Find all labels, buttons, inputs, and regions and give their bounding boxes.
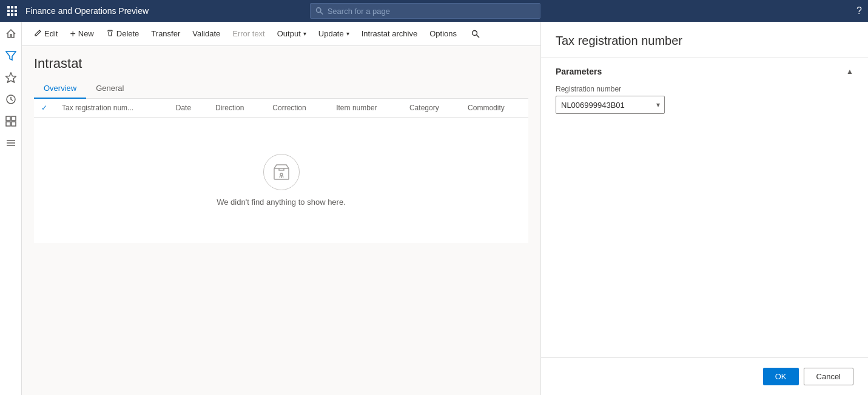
svg-rect-15 <box>12 116 16 121</box>
svg-rect-5 <box>15 10 17 12</box>
registration-number-select[interactable]: NL006999943B01 <box>556 96 665 114</box>
output-dropdown-arrow: ▾ <box>303 30 306 37</box>
validate-button[interactable]: Validate <box>187 27 225 41</box>
column-correction: Correction <box>265 99 329 118</box>
column-direction: Direction <box>208 99 265 118</box>
registration-number-wrapper: NL006999943B01 <box>556 96 665 114</box>
main-layout: Edit + New Delete Transfer Validate <box>0 22 868 395</box>
svg-line-25 <box>280 176 280 178</box>
error-text-button[interactable]: Error text <box>227 27 269 41</box>
right-panel-footer: OK Cancel <box>541 357 868 395</box>
right-panel-header: Tax registration number <box>541 22 868 58</box>
column-commodity: Commodity <box>460 99 528 118</box>
sidebar-item-home[interactable] <box>1 24 21 44</box>
svg-rect-2 <box>15 6 17 8</box>
svg-rect-14 <box>6 116 10 121</box>
svg-point-21 <box>473 30 477 35</box>
sidebar-item-modules[interactable] <box>1 133 21 153</box>
search-input[interactable] <box>328 7 536 16</box>
svg-line-26 <box>283 176 283 178</box>
right-panel-title: Tax registration number <box>556 34 853 48</box>
svg-rect-1 <box>11 6 13 8</box>
data-table: ✓ Tax registration num... Date Direction <box>34 99 528 243</box>
svg-rect-17 <box>12 122 16 126</box>
svg-rect-4 <box>11 10 13 12</box>
update-dropdown-arrow: ▾ <box>346 30 349 37</box>
transfer-button[interactable]: Transfer <box>146 27 185 41</box>
sidebar-item-favorites[interactable] <box>1 68 21 87</box>
collapse-icon: ▲ <box>846 67 853 76</box>
update-button[interactable]: Update ▾ <box>314 27 354 41</box>
sidebar-item-recent[interactable] <box>1 90 21 109</box>
options-button[interactable]: Options <box>425 27 462 41</box>
search-bar[interactable] <box>310 3 540 19</box>
svg-rect-3 <box>7 10 10 12</box>
sidebar-item-workspaces[interactable] <box>1 111 21 131</box>
empty-icon <box>263 154 300 190</box>
section-header[interactable]: Parameters ▲ <box>541 58 868 85</box>
top-bar-right: ? <box>856 5 862 16</box>
new-icon: + <box>70 29 75 39</box>
sidebar-item-filter[interactable] <box>1 46 21 65</box>
tab-overview[interactable]: Overview <box>34 79 86 99</box>
svg-point-9 <box>317 8 321 13</box>
right-panel: Tax registration number Parameters ▲ Reg… <box>540 22 868 395</box>
edit-icon <box>34 29 42 39</box>
svg-marker-11 <box>6 51 16 60</box>
page-content: Intrastat Overview General ✓ <box>22 46 540 395</box>
check-icon: ✓ <box>41 104 47 112</box>
grid-menu-icon[interactable] <box>6 5 18 17</box>
column-tax-reg: Tax registration num... <box>55 99 169 118</box>
empty-state: We didn't find anything to show here. <box>34 118 528 243</box>
column-date: Date <box>169 99 208 118</box>
svg-line-22 <box>477 35 480 38</box>
output-button[interactable]: Output ▾ <box>272 27 311 41</box>
delete-button[interactable]: Delete <box>101 27 144 41</box>
delete-icon <box>106 29 114 39</box>
toolbar-search-button[interactable] <box>466 27 485 41</box>
tab-general[interactable]: General <box>86 79 133 99</box>
help-icon[interactable]: ? <box>856 5 862 16</box>
app-title: Finance and Operations Preview <box>25 6 149 16</box>
column-check: ✓ <box>34 99 55 118</box>
content-area: Edit + New Delete Transfer Validate <box>22 22 540 395</box>
sidebar <box>0 22 22 395</box>
section-title: Parameters <box>556 67 602 76</box>
column-category: Category <box>402 99 460 118</box>
svg-line-10 <box>320 12 323 14</box>
ok-button[interactable]: OK <box>763 368 799 385</box>
edit-button[interactable]: Edit <box>29 27 62 41</box>
svg-rect-8 <box>15 13 17 16</box>
svg-rect-7 <box>11 13 13 16</box>
page-title: Intrastat <box>34 56 528 71</box>
svg-rect-0 <box>7 6 10 8</box>
column-item-number: Item number <box>329 99 402 118</box>
svg-rect-6 <box>7 13 10 16</box>
new-button[interactable]: + New <box>65 27 98 41</box>
svg-point-24 <box>280 173 283 176</box>
intrastat-archive-button[interactable]: Intrastat archive <box>357 27 423 41</box>
svg-rect-16 <box>6 122 10 126</box>
toolbar: Edit + New Delete Transfer Validate <box>22 22 540 46</box>
top-bar: Finance and Operations Preview ? <box>0 0 868 22</box>
empty-message: We didn't find anything to show here. <box>217 198 346 207</box>
parameters-section: Parameters ▲ Registration number NL00699… <box>541 58 868 126</box>
cancel-button[interactable]: Cancel <box>804 368 853 385</box>
svg-marker-12 <box>5 73 16 82</box>
tabs: Overview General <box>34 79 528 99</box>
section-content: Registration number NL006999943B01 <box>541 85 868 126</box>
registration-number-label: Registration number <box>556 85 853 93</box>
